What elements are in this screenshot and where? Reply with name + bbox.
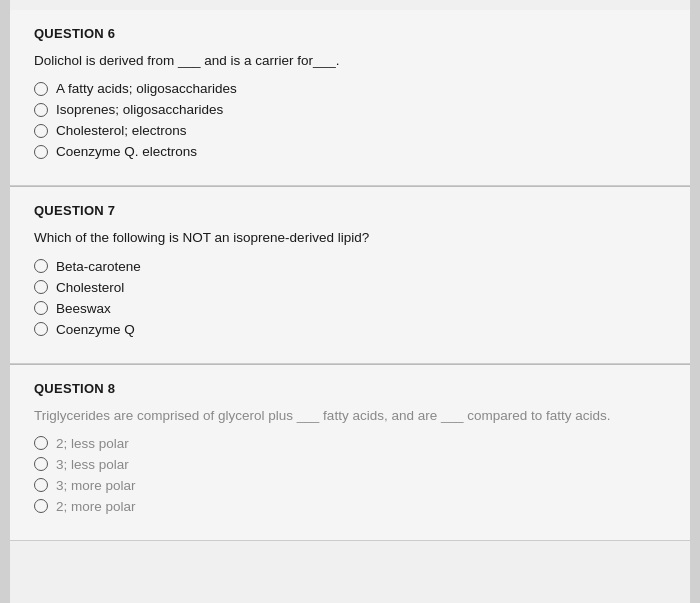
radio-icon[interactable] [34, 82, 48, 96]
radio-icon[interactable] [34, 280, 48, 294]
radio-icon[interactable] [34, 322, 48, 336]
question-6-text: Dolichol is derived from ___ and is a ca… [34, 51, 666, 71]
radio-icon[interactable] [34, 478, 48, 492]
question-7-label: QUESTION 7 [34, 203, 666, 218]
question-8-options: 2; less polar 3; less polar 3; more pola… [34, 436, 666, 514]
list-item[interactable]: Cholesterol; electrons [34, 123, 666, 138]
list-item[interactable]: 3; less polar [34, 457, 666, 472]
question-7-options: Beta-carotene Cholesterol Beeswax Coenzy… [34, 259, 666, 337]
list-item[interactable]: 2; less polar [34, 436, 666, 451]
radio-icon[interactable] [34, 499, 48, 513]
option-label: A fatty acids; oligosaccharides [56, 81, 237, 96]
radio-icon[interactable] [34, 457, 48, 471]
list-item[interactable]: Coenzyme Q [34, 322, 666, 337]
list-item[interactable]: Cholesterol [34, 280, 666, 295]
option-label: Isoprenes; oligosaccharides [56, 102, 223, 117]
radio-icon[interactable] [34, 124, 48, 138]
question-6-options: A fatty acids; oligosaccharides Isoprene… [34, 81, 666, 159]
question-8-label: QUESTION 8 [34, 381, 666, 396]
radio-icon[interactable] [34, 145, 48, 159]
option-label: Beeswax [56, 301, 111, 316]
list-item[interactable]: Isoprenes; oligosaccharides [34, 102, 666, 117]
list-item[interactable]: Beta-carotene [34, 259, 666, 274]
page-container: QUESTION 6 Dolichol is derived from ___ … [10, 0, 690, 603]
list-item[interactable]: Beeswax [34, 301, 666, 316]
radio-icon[interactable] [34, 436, 48, 450]
option-label: Cholesterol; electrons [56, 123, 187, 138]
option-label: Cholesterol [56, 280, 124, 295]
question-6-block: QUESTION 6 Dolichol is derived from ___ … [10, 10, 690, 186]
question-8-text: Triglycerides are comprised of glycerol … [34, 406, 666, 426]
option-label: 2; less polar [56, 436, 129, 451]
radio-icon[interactable] [34, 259, 48, 273]
option-label: Coenzyme Q [56, 322, 135, 337]
option-label: 2; more polar [56, 499, 136, 514]
list-item[interactable]: A fatty acids; oligosaccharides [34, 81, 666, 96]
question-7-block: QUESTION 7 Which of the following is NOT… [10, 187, 690, 363]
option-label: 3; more polar [56, 478, 136, 493]
radio-icon[interactable] [34, 301, 48, 315]
list-item[interactable]: 3; more polar [34, 478, 666, 493]
question-7-text: Which of the following is NOT an isopren… [34, 228, 666, 248]
option-label: Coenzyme Q. electrons [56, 144, 197, 159]
question-6-label: QUESTION 6 [34, 26, 666, 41]
question-8-block: QUESTION 8 Triglycerides are comprised o… [10, 365, 690, 541]
list-item[interactable]: 2; more polar [34, 499, 666, 514]
radio-icon[interactable] [34, 103, 48, 117]
option-label: 3; less polar [56, 457, 129, 472]
option-label: Beta-carotene [56, 259, 141, 274]
list-item[interactable]: Coenzyme Q. electrons [34, 144, 666, 159]
